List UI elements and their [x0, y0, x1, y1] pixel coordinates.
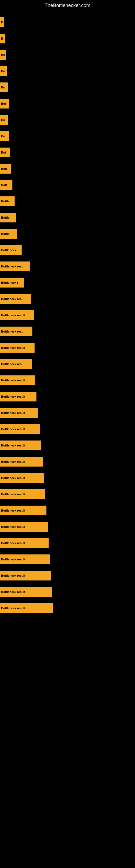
bar-row: Bottleneck result [0, 601, 135, 615]
bar-label-14: Bottle [1, 232, 9, 236]
bar-21: Bottleneck result [0, 343, 35, 352]
bar-11: Bott [0, 180, 12, 190]
bar-label-34: Bottleneck result [1, 558, 25, 561]
bar-4: Bo [0, 66, 7, 76]
bar-3: Bo [0, 50, 6, 60]
bar-label-21: Bottleneck result [1, 346, 25, 349]
bar-label-15: Bottleneck [1, 248, 16, 252]
bar-2: B [0, 34, 5, 43]
bar-label-23: Bottleneck result [1, 379, 25, 382]
bar-row: Bottleneck [0, 243, 135, 257]
bar-12: Bottle [0, 196, 14, 206]
site-title: TheBottlenecker.com [0, 0, 135, 12]
bar-row: Bottleneck resu [0, 292, 135, 306]
bar-row: Bottleneck result [0, 536, 135, 550]
bar-16: Bottleneck resu [0, 261, 30, 271]
bar-row: Bottleneck result [0, 471, 135, 485]
bar-7: Bo [0, 115, 8, 125]
bar-1: B [0, 18, 4, 27]
bar-label-2: B [1, 37, 3, 40]
bar-8: Bo [0, 131, 9, 141]
bar-label-5: Bo [1, 86, 5, 89]
bar-label-31: Bottleneck result [1, 509, 25, 512]
bar-label-27: Bottleneck result [1, 444, 25, 447]
bar-row: Bottleneck result [0, 503, 135, 518]
bar-24: Bottleneck result [0, 392, 37, 401]
bar-13: Bottle [0, 213, 16, 222]
bar-17: Bottleneck r [0, 278, 24, 287]
bar-row: Bottleneck resu [0, 357, 135, 371]
bar-label-11: Bott [1, 183, 7, 187]
bar-18: Bottleneck resu [0, 294, 31, 304]
bar-27: Bottleneck result [0, 440, 41, 450]
bar-32: Bottleneck result [0, 522, 48, 532]
bar-label-28: Bottleneck result [1, 460, 25, 463]
bar-row: Bottleneck r [0, 276, 135, 290]
bar-10: Bott [0, 164, 11, 174]
bar-label-10: Bott [1, 167, 7, 170]
bar-row: Bottleneck resu [0, 259, 135, 273]
bar-label-16: Bottleneck resu [1, 265, 24, 268]
bars-container: BBBoBoBoBotBoBoBotBottBottBottleBottleBo… [0, 12, 135, 620]
bar-row: Bottleneck resu [0, 324, 135, 339]
bar-row: Bottleneck result [0, 422, 135, 436]
bar-row: Bottleneck result [0, 308, 135, 322]
bar-5: Bo [0, 83, 8, 92]
bar-label-29: Bottleneck result [1, 476, 25, 479]
bar-label-26: Bottleneck result [1, 428, 25, 431]
bar-label-7: Bo [1, 118, 5, 122]
bar-row: Bo [0, 64, 135, 78]
bar-row: Bo [0, 80, 135, 94]
bar-22: Bottleneck resu [0, 359, 32, 369]
bar-row: Bottle [0, 211, 135, 225]
bar-row: Bottle [0, 194, 135, 208]
bar-label-25: Bottleneck result [1, 411, 25, 414]
bar-row: Bottleneck result [0, 390, 135, 404]
bar-row: Bottleneck result [0, 406, 135, 420]
bar-label-17: Bottleneck r [1, 281, 18, 284]
bar-35: Bottleneck result [0, 571, 51, 581]
bar-label-19: Bottleneck result [1, 314, 25, 317]
bar-row: Bot [0, 97, 135, 111]
bar-label-4: Bo [1, 69, 5, 73]
bar-label-20: Bottleneck resu [1, 330, 24, 333]
bar-label-9: Bot [1, 151, 6, 154]
bar-label-32: Bottleneck result [1, 525, 25, 528]
bar-row: Bottleneck result [0, 585, 135, 599]
bar-label-3: Bo [1, 53, 5, 56]
bar-label-24: Bottleneck result [1, 395, 25, 398]
bar-15: Bottleneck [0, 245, 21, 255]
bar-25: Bottleneck result [0, 408, 38, 418]
bar-label-33: Bottleneck result [1, 541, 25, 545]
bar-31: Bottleneck result [0, 506, 46, 516]
bar-6: Bot [0, 99, 9, 108]
bar-row: Bottleneck result [0, 568, 135, 583]
bar-row: Bottleneck result [0, 487, 135, 501]
bar-label-13: Bottle [1, 216, 9, 219]
bar-row: Bottleneck result [0, 552, 135, 566]
bar-row: B [0, 31, 135, 45]
bar-label-1: B [1, 21, 3, 24]
bar-row: Bott [0, 178, 135, 192]
bar-label-30: Bottleneck result [1, 493, 25, 496]
bar-label-36: Bottleneck result [1, 590, 25, 593]
bar-30: Bottleneck result [0, 489, 45, 499]
bar-row: Bo [0, 48, 135, 62]
bar-20: Bottleneck resu [0, 327, 32, 336]
bar-row: Bottleneck result [0, 341, 135, 355]
bar-row: Bo [0, 113, 135, 127]
bar-label-37: Bottleneck result [1, 607, 25, 610]
bar-34: Bottleneck result [0, 554, 50, 564]
bar-14: Bottle [0, 229, 17, 239]
bar-28: Bottleneck result [0, 457, 43, 467]
bar-row: Bottleneck result [0, 438, 135, 453]
bar-23: Bottleneck result [0, 375, 35, 385]
bar-row: Bot [0, 145, 135, 159]
bar-label-8: Bo [1, 134, 5, 138]
bar-label-35: Bottleneck result [1, 574, 25, 577]
bar-36: Bottleneck result [0, 587, 52, 597]
bar-row: B [0, 15, 135, 29]
bar-label-6: Bot [1, 102, 6, 105]
bar-row: Bottleneck result [0, 455, 135, 469]
bar-row: Bo [0, 129, 135, 143]
